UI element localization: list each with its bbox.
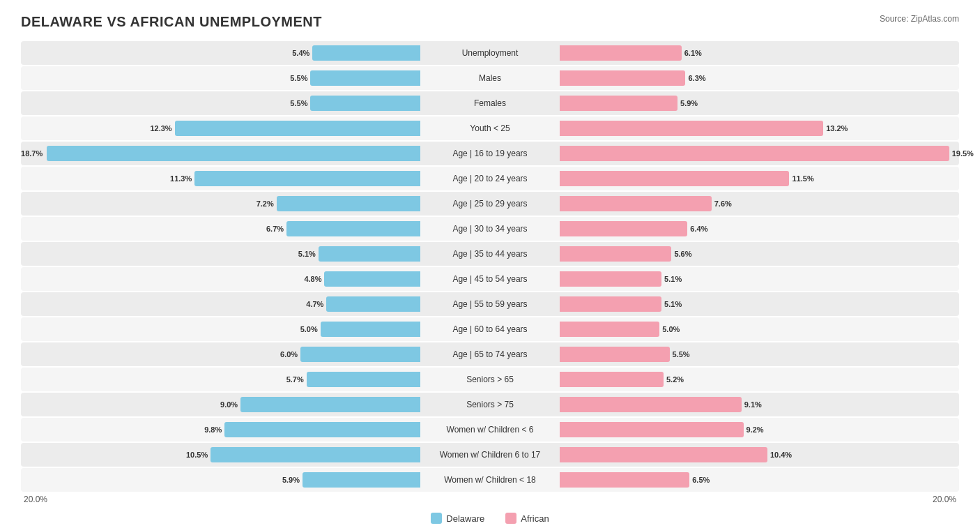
- center-label: Males: [420, 73, 560, 83]
- bar-left-delaware: [210, 447, 420, 462]
- bar-right-african: [560, 96, 677, 111]
- bar-row: 5.7% Seniors > 65 5.2%: [21, 368, 959, 391]
- bar-row: 4.7% Age | 55 to 59 years 5.1%: [21, 292, 959, 316]
- bar-row: 6.0% Age | 65 to 74 years 5.5%: [21, 342, 959, 366]
- right-section: 5.1%: [560, 292, 959, 316]
- bar-right-african: [560, 296, 661, 312]
- axis-labels: 20.0% 20.0%: [21, 495, 959, 504]
- center-label: Age | 25 to 29 years: [420, 199, 560, 209]
- bar-row: 4.8% Age | 45 to 54 years 5.1%: [21, 267, 959, 291]
- row-inner: 11.3% Age | 20 to 24 years 11.5%: [21, 167, 959, 190]
- center-label: Age | 16 to 19 years: [420, 149, 560, 158]
- left-section: 11.3%: [21, 167, 420, 190]
- left-section: 5.5%: [21, 66, 420, 90]
- chart-title: DELAWARE VS AFRICAN UNEMPLOYMENT: [21, 14, 322, 30]
- right-section: 5.6%: [560, 242, 959, 266]
- val-left: 9.8%: [204, 425, 222, 434]
- val-right: 5.6%: [674, 250, 691, 258]
- bar-right-african: [560, 171, 789, 186]
- legend-label-delaware: Delaware: [446, 513, 484, 524]
- chart-container: DELAWARE VS AFRICAN UNEMPLOYMENT Source:…: [0, 0, 980, 528]
- val-right: 6.3%: [688, 74, 705, 82]
- bar-right-african: [560, 322, 659, 337]
- val-right: 5.1%: [664, 300, 682, 308]
- bar-left-delaware: [47, 146, 420, 161]
- bar-right-african: [560, 372, 664, 387]
- center-label: Age | 60 to 64 years: [420, 324, 560, 334]
- row-inner: 9.0% Seniors > 75 9.1%: [21, 393, 959, 416]
- val-left: 11.3%: [170, 174, 192, 183]
- bar-left-delaware: [224, 422, 420, 437]
- left-section: 9.8%: [21, 418, 420, 442]
- left-section: 18.7%: [21, 142, 420, 165]
- val-right: 11.5%: [792, 174, 813, 183]
- left-section: 5.1%: [21, 242, 420, 266]
- right-section: 10.4%: [560, 443, 959, 467]
- right-section: 9.2%: [560, 418, 959, 442]
- axis-left: 20.0%: [21, 495, 420, 504]
- bar-right-african: [560, 271, 661, 287]
- bar-left-delaware: [321, 322, 420, 337]
- row-inner: 4.7% Age | 55 to 59 years 5.1%: [21, 292, 959, 316]
- row-inner: 5.9% Women w/ Children < 18 6.5%: [21, 468, 959, 492]
- bar-left-delaware: [324, 271, 420, 287]
- bar-left-delaware: [175, 121, 420, 136]
- bar-right-african: [560, 70, 685, 86]
- right-section: 5.1%: [560, 267, 959, 291]
- right-section: 5.0%: [560, 317, 959, 341]
- bar-left-delaware: [310, 70, 420, 86]
- bar-right-african: [560, 422, 744, 437]
- legend-item-delaware: Delaware: [431, 513, 484, 524]
- val-right: 9.2%: [747, 425, 764, 434]
- val-right: 13.2%: [826, 124, 848, 133]
- bar-left-delaware: [319, 246, 420, 262]
- center-label: Age | 30 to 34 years: [420, 224, 560, 234]
- left-section: 10.5%: [21, 443, 420, 467]
- left-section: 7.2%: [21, 192, 420, 216]
- bar-row: 10.5% Women w/ Children 6 to 17 10.4%: [21, 443, 959, 467]
- bar-left-delaware: [277, 196, 420, 211]
- left-section: 4.8%: [21, 267, 420, 291]
- row-inner: 5.5% Males 6.3%: [21, 66, 959, 90]
- val-left: 5.0%: [300, 325, 318, 333]
- bar-row: 12.3% Youth < 25 13.2%: [21, 116, 959, 140]
- center-label: Age | 45 to 54 years: [420, 274, 560, 284]
- bar-left-delaware: [240, 397, 420, 412]
- row-inner: 5.7% Seniors > 65 5.2%: [21, 368, 959, 391]
- center-label: Women w/ Children < 18: [420, 475, 560, 485]
- right-section: 9.1%: [560, 393, 959, 416]
- val-right: 5.9%: [680, 99, 698, 107]
- row-inner: 10.5% Women w/ Children 6 to 17 10.4%: [21, 443, 959, 467]
- val-right: 6.5%: [692, 476, 710, 484]
- val-right: 6.1%: [684, 49, 702, 57]
- right-section: 5.9%: [560, 91, 959, 115]
- bar-right-african: [560, 347, 670, 362]
- center-label: Women w/ Children 6 to 17: [420, 450, 560, 460]
- val-left: 4.7%: [306, 300, 323, 308]
- bar-left-delaware: [303, 472, 420, 488]
- left-section: 5.0%: [21, 317, 420, 341]
- right-section: 6.4%: [560, 217, 959, 241]
- bar-row: 9.8% Women w/ Children < 6 9.2%: [21, 418, 959, 442]
- bar-row: 18.7% Age | 16 to 19 years 19.5%: [21, 142, 959, 165]
- center-label: Seniors > 65: [420, 375, 560, 384]
- val-left: 5.1%: [298, 250, 316, 258]
- bar-row: 6.7% Age | 30 to 34 years 6.4%: [21, 217, 959, 241]
- center-label: Seniors > 75: [420, 400, 560, 409]
- axis-right: 20.0%: [560, 495, 959, 504]
- val-right: 7.6%: [714, 199, 732, 208]
- bar-row: 5.1% Age | 35 to 44 years 5.6%: [21, 242, 959, 266]
- center-label: Age | 20 to 24 years: [420, 174, 560, 183]
- val-right: 10.4%: [770, 451, 792, 459]
- bar-left-delaware: [310, 96, 420, 111]
- right-section: 5.2%: [560, 368, 959, 391]
- bar-row: 5.9% Women w/ Children < 18 6.5%: [21, 468, 959, 492]
- right-section: 13.2%: [560, 116, 959, 140]
- axis-center: [420, 495, 560, 504]
- row-inner: 5.5% Females 5.9%: [21, 91, 959, 115]
- val-right: 9.1%: [744, 400, 762, 409]
- bar-left-delaware: [307, 372, 420, 387]
- left-section: 6.7%: [21, 217, 420, 241]
- bars-area: 5.4% Unemployment 6.1% 5.5% Males: [21, 41, 959, 492]
- bar-right-african: [560, 45, 682, 61]
